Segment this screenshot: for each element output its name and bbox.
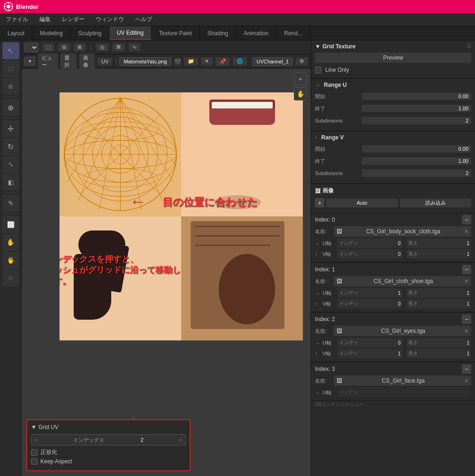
v-axis-field-1[interactable]: インデッ 0 (337, 299, 403, 308)
view-menu[interactable]: ビュー (38, 54, 58, 69)
v-length-field-2[interactable]: 長さ 1 (406, 349, 472, 358)
range-v-header: ↑ Range V (315, 134, 471, 141)
img-close[interactable]: ✕ (201, 57, 213, 65)
keep-aspect-checkbox[interactable] (31, 458, 38, 465)
view-mode-btn3[interactable]: ⊞ (74, 43, 85, 51)
index-1-texture-field[interactable]: 🖼 CS_Girl_cloth_shoe.tga ✕ (334, 276, 471, 286)
tab-rend[interactable]: Rend... (276, 26, 310, 40)
normalize-checkbox[interactable] (31, 449, 38, 456)
tab-animation[interactable]: Animation (236, 26, 276, 40)
index-1-minus-btn[interactable]: − (462, 265, 471, 274)
start-u-value[interactable]: 0.00 (362, 92, 471, 100)
u-length-field-1[interactable]: 長さ 1 (406, 288, 472, 298)
tab-sculpting[interactable]: Sculpting (71, 26, 109, 40)
index-2-texture-field[interactable]: 🖼 CS_Girl_eyes.tga ✕ (334, 326, 471, 336)
select-tool-button[interactable]: ↖ (2, 42, 19, 59)
lasso-select-button[interactable]: ⊡ (2, 78, 19, 95)
collapse-grid-texture-icon[interactable]: ▼ (315, 43, 321, 50)
snap-header-button[interactable]: ∿ (129, 43, 140, 51)
image-selector[interactable]: MatometaYatu.png (119, 57, 171, 66)
grid-uv-panel: ▼ Grid UV ‹ インデックス 2 › 正規化 (26, 419, 191, 471)
plus-button[interactable]: + (315, 198, 324, 207)
view-mode-button[interactable]: ⬚ (42, 43, 54, 51)
v-axis-field-2[interactable]: インデッ 1 (337, 349, 403, 358)
img-shield[interactable]: 🛡 (174, 58, 181, 65)
v-length-field-1[interactable]: 長さ 1 (406, 299, 472, 308)
index-3-clear-btn[interactable]: ✕ (464, 378, 468, 384)
index-2-clear-btn[interactable]: ✕ (464, 328, 468, 334)
rotate-button[interactable]: ↻ (2, 138, 19, 155)
gizmo-button[interactable]: ⌘ (112, 43, 125, 51)
uv-canvas[interactable]: インデックスを押すと、 メッシュがグリッドに沿って移動します。 目の位置に合わせ… (22, 69, 311, 476)
u-axis-field-1[interactable]: インデッ 1 (337, 288, 403, 298)
sphere-icon-btn[interactable]: 🌐 (233, 57, 247, 65)
index-1-clear-btn[interactable]: ✕ (464, 278, 468, 284)
tab-uv-editing[interactable]: UV Editing (109, 26, 152, 40)
subdivisions-u-value[interactable]: 2 (362, 117, 471, 124)
menu-render[interactable]: レンダー (60, 15, 86, 24)
box-select-button[interactable]: ⬚ (2, 60, 19, 77)
auto-button[interactable]: Auto (326, 199, 398, 207)
u-axis-field-0[interactable]: インデッ 0 (337, 238, 403, 248)
panel-collapse-icon[interactable]: ▼ (31, 424, 37, 430)
snap-button[interactable]: ⬜ (2, 216, 19, 233)
overlay-button[interactable]: ◎ (96, 43, 108, 51)
line-only-checkbox[interactable] (315, 67, 322, 73)
grid-texture-header: ▼ Grid Texture ⠿ (315, 43, 471, 50)
v-length-value-0: 1 (467, 252, 469, 257)
hand-pan-button[interactable]: ✋ (294, 87, 307, 100)
v-length-field-0[interactable]: 長さ 1 (406, 249, 472, 259)
u-axis-field-2[interactable]: インデッ 0 (337, 338, 403, 347)
u-axis-field-3[interactable]: インデッ (337, 388, 471, 397)
pinch-button[interactable]: 🖐 (2, 252, 19, 269)
transform-button[interactable]: ◧ (2, 174, 19, 191)
index-2-minus-btn[interactable]: − (462, 315, 471, 324)
move-button[interactable]: ✛ (2, 120, 19, 137)
u-axis-label-2: U軸 (322, 339, 336, 346)
menu-window[interactable]: ウィンドウ (94, 15, 126, 24)
image-menu[interactable]: 画像 (79, 54, 95, 69)
index-stepper[interactable]: ‹ インデックス 2 › (31, 434, 186, 445)
menu-file[interactable]: ファイル (4, 15, 30, 24)
tab-modeling[interactable]: Modeling (32, 26, 71, 40)
tab-layout[interactable]: Layout (0, 26, 32, 40)
tab-shading[interactable]: Shading (200, 26, 236, 40)
img-folder[interactable]: 📁 (184, 57, 198, 65)
subdivisions-v-value[interactable]: 2 (362, 169, 471, 177)
image-mode-btn[interactable]: ▾ (24, 57, 35, 66)
index-0-texture-field[interactable]: 🖼 CS_Girl_body_sock_cloth.tga ✕ (334, 226, 471, 237)
u-index-label-3: インデッ (339, 389, 358, 396)
index-nav-left[interactable]: ‹ (35, 437, 37, 443)
toolbar-separator-4 (4, 214, 17, 214)
preview-button[interactable]: Preview (315, 53, 471, 63)
uv-menu[interactable]: UV (98, 58, 112, 65)
menu-edit[interactable]: 編集 (38, 15, 53, 24)
select-menu[interactable]: 選択 (61, 54, 76, 69)
view-mode-btn2[interactable]: ⊟ (58, 43, 70, 51)
load-button[interactable]: 読み込み (400, 199, 472, 207)
end-u-value[interactable]: 1.00 (362, 105, 471, 112)
u-length-field-2[interactable]: 長さ 1 (406, 338, 472, 347)
index-0-clear-btn[interactable]: ✕ (464, 229, 468, 235)
u-length-field-0[interactable]: 長さ 1 (406, 238, 472, 248)
scale-button[interactable]: ⤡ (2, 156, 19, 173)
relax-button[interactable]: ☞ (2, 269, 19, 286)
index-3-texture-field[interactable]: 🖼 CS_Girl_face.tga ✕ (334, 376, 471, 386)
menu-help[interactable]: ヘルプ (133, 15, 154, 24)
zoom-in-button[interactable]: + (294, 72, 307, 85)
grid-uv-header: ▼ Grid UV (31, 424, 186, 430)
mode-select[interactable]: UV (24, 43, 38, 52)
index-0-minus-btn[interactable]: − (462, 215, 471, 224)
index-nav-right[interactable]: › (180, 437, 182, 443)
start-v-value[interactable]: 0.00 (362, 145, 471, 153)
tab-texture-paint[interactable]: Texture Paint (152, 26, 200, 40)
end-v-value[interactable]: 1.00 (362, 157, 471, 165)
img-pin[interactable]: 📌 (215, 57, 230, 66)
grab-button[interactable]: ✋ (2, 234, 19, 251)
annotate-button[interactable]: ✎ (2, 195, 19, 212)
cursor-button[interactable]: ⊕ (2, 99, 19, 116)
v-axis-field-0[interactable]: インデッ 0 (337, 249, 403, 259)
index-3-minus-btn[interactable]: − (462, 364, 471, 374)
channel-settings[interactable]: ⚙ (296, 57, 308, 65)
channel-field[interactable]: UVChannel_1 (253, 57, 293, 66)
